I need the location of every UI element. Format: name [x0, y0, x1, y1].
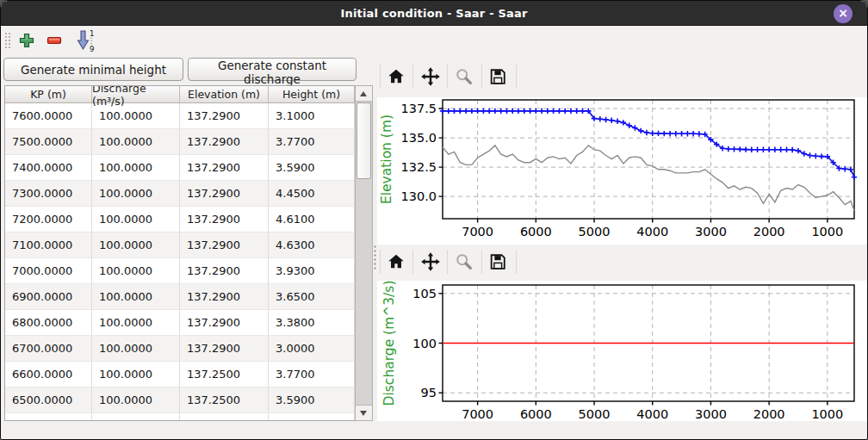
close-button[interactable]: ×	[834, 4, 852, 23]
x-tick-label: 6000	[520, 407, 552, 421]
table-cell[interactable]: 137.2900	[180, 155, 269, 181]
generate-minimal-height-button[interactable]: Generate minimal height	[3, 58, 183, 81]
table-row[interactable]: 7100.0000100.0000137.29004.6300	[5, 232, 355, 258]
table-cell[interactable]: 100.0000	[92, 336, 180, 362]
table-row[interactable]: 6700.0000100.0000137.29003.0000	[5, 336, 355, 362]
table-row[interactable]: 7000.0000100.0000137.29003.9300	[5, 258, 355, 284]
zoom-button[interactable]	[455, 252, 474, 271]
table-cell[interactable]: 3.3800	[269, 310, 355, 336]
table-cell[interactable]: 100.0000	[92, 310, 180, 336]
scrollbar-thumb[interactable]	[356, 102, 371, 179]
table-cell[interactable]: 4.4500	[269, 181, 355, 207]
titlebar[interactable]: Initial condition - Saar - Saar ×	[1, 1, 867, 26]
table-cell[interactable]: 137.2900	[180, 310, 269, 336]
table-cell[interactable]: 7100.0000	[5, 232, 92, 258]
table-cell[interactable]: 6700.0000	[5, 336, 92, 362]
table-row[interactable]: 6600.0000100.0000137.25003.7700	[5, 362, 355, 387]
table-cell[interactable]: 3.0000	[269, 336, 355, 362]
table-row-partial[interactable]	[5, 413, 355, 421]
series-bed-elevation	[443, 146, 854, 211]
column-header-kp[interactable]: KP (m)	[5, 86, 92, 102]
y-tick-label: 100	[412, 337, 437, 350]
table-cell[interactable]: 100.0000	[92, 362, 180, 387]
x-tick-label: 6000	[520, 225, 552, 239]
home-icon	[388, 255, 403, 269]
pan-button[interactable]	[420, 251, 441, 272]
pan-button[interactable]	[420, 66, 441, 87]
table-cell[interactable]: 3.6500	[269, 284, 355, 310]
table-cell[interactable]: 100.0000	[92, 207, 180, 232]
save-button[interactable]	[488, 67, 507, 86]
elevation-chart[interactable]: 7000600050004000300020001000137.5135.013…	[377, 97, 867, 245]
table-cell[interactable]: 3.5900	[269, 387, 355, 413]
table-row[interactable]: 7200.0000100.0000137.29004.6100	[5, 207, 355, 232]
table-cell[interactable]: 100.0000	[92, 232, 180, 258]
table-cell[interactable]: 137.2900	[180, 258, 269, 284]
table-cell[interactable]: 100.0000	[92, 258, 180, 284]
table-cell[interactable]: 137.2900	[180, 103, 269, 129]
scroll-up-button[interactable]	[356, 86, 372, 102]
table-cell[interactable]: 6600.0000	[5, 362, 92, 387]
table-cell[interactable]: 100.0000	[92, 284, 180, 310]
table-cell[interactable]: 100.0000	[92, 103, 180, 129]
table-cell[interactable]: 137.2500	[180, 362, 269, 387]
table-cell[interactable]: 137.2500	[180, 387, 269, 413]
table-cell[interactable]: 3.7700	[269, 362, 355, 387]
table-cell[interactable]: 7000.0000	[5, 258, 92, 284]
table-cell[interactable]: 7300.0000	[5, 181, 92, 207]
table-cell[interactable]: 3.7700	[269, 129, 355, 155]
column-header-elevation[interactable]: Elevation (m)	[180, 86, 269, 102]
sort-button[interactable]: 1 9	[75, 29, 97, 53]
table-cell[interactable]: 100.0000	[92, 129, 180, 155]
table-cell[interactable]: 137.2900	[180, 207, 269, 232]
table-row[interactable]: 7400.0000100.0000137.29003.5900	[5, 155, 355, 181]
table-cell[interactable]: 100.0000	[92, 181, 180, 207]
table-cell[interactable]: 137.2900	[180, 232, 269, 258]
table-row[interactable]: 7300.0000100.0000137.29004.4500	[5, 181, 355, 207]
table-cell[interactable]: 137.2900	[180, 181, 269, 207]
scroll-down-button[interactable]	[356, 405, 372, 420]
column-header-height[interactable]: Height (m)	[269, 86, 355, 102]
table-row[interactable]: 6900.0000100.0000137.29003.6500	[5, 284, 355, 310]
zoom-button[interactable]	[455, 67, 474, 86]
table-cell[interactable]: 7600.0000	[5, 103, 92, 129]
x-tick-label: 1000	[811, 407, 843, 421]
vertical-splitter-handle[interactable]	[373, 245, 377, 270]
y-tick-label: 135.0	[400, 131, 437, 145]
column-header-discharge[interactable]: Discharge (m³/s)	[92, 86, 180, 102]
close-icon: ×	[838, 6, 848, 20]
table-cell[interactable]: 3.1000	[269, 103, 355, 129]
table-cell[interactable]: 137.2900	[180, 129, 269, 155]
table-row[interactable]: 7600.0000100.0000137.29003.1000	[5, 103, 355, 129]
table-row[interactable]: 7500.0000100.0000137.29003.7700	[5, 129, 355, 155]
table-cell[interactable]: 3.5900	[269, 155, 355, 181]
table-cell[interactable]: 4.6100	[269, 207, 355, 232]
table-row[interactable]: 6800.0000100.0000137.29003.3800	[5, 310, 355, 336]
x-tick-label: 7000	[462, 407, 493, 421]
generate-constant-discharge-button[interactable]: Generate constant discharge	[188, 58, 356, 81]
table-cell[interactable]: 137.2900	[180, 284, 269, 310]
table-cell[interactable]: 3.9300	[269, 258, 355, 284]
table-cell[interactable]: 6800.0000	[5, 310, 92, 336]
table-cell[interactable]: 7200.0000	[5, 207, 92, 232]
table-scrollbar[interactable]	[355, 85, 373, 421]
table-cell[interactable]: 100.0000	[92, 155, 180, 181]
table-cell[interactable]: 100.0000	[92, 387, 180, 413]
add-row-button[interactable]	[18, 32, 35, 49]
table-cell[interactable]: 6500.0000	[5, 387, 92, 413]
home-button[interactable]	[387, 67, 406, 86]
table-cell[interactable]: 7400.0000	[5, 155, 92, 181]
toolbar-drag-handle[interactable]	[4, 32, 10, 50]
remove-row-button[interactable]	[46, 32, 63, 49]
home-icon	[388, 70, 403, 84]
home-button[interactable]	[387, 252, 406, 271]
table-row[interactable]: 6500.0000100.0000137.25003.5900	[5, 387, 355, 413]
series-markers-initial-water-level	[440, 108, 857, 180]
table-cell[interactable]: 6900.0000	[5, 284, 92, 310]
table-cell[interactable]: 7500.0000	[5, 129, 92, 155]
discharge-chart[interactable]: 700060005000400030002000100010510095Disc…	[377, 281, 867, 421]
table-cell[interactable]: 137.2900	[180, 336, 269, 362]
sort-top-label: 1	[90, 29, 94, 38]
table-cell[interactable]: 4.6300	[269, 232, 355, 258]
save-button[interactable]	[488, 252, 507, 271]
